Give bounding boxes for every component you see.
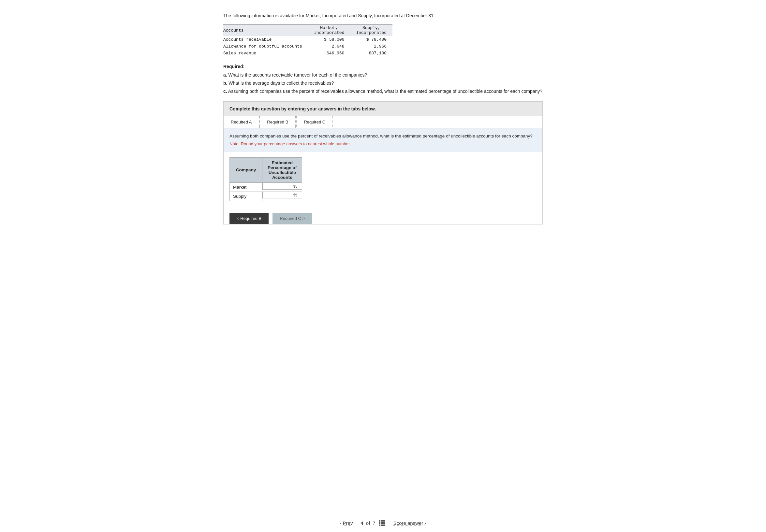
answer-table-wrap: Company EstimatedPercentage ofUncollecti… xyxy=(224,152,542,206)
market-sales: 646,960 xyxy=(308,50,350,57)
supply-allowance: 2,956 xyxy=(350,43,393,50)
required-item-b: b. What is the average days to collect t… xyxy=(223,80,543,87)
supply-percentage-input[interactable] xyxy=(263,192,292,198)
req-letter-a: a. xyxy=(223,72,227,78)
market-pct-symbol: % xyxy=(292,184,297,189)
question-content: Assuming both companies use the percent … xyxy=(224,128,542,152)
answer-col-estimated: EstimatedPercentage ofUncollectibleAccou… xyxy=(262,157,302,182)
col-header-market: Market,Incorporated xyxy=(308,24,350,36)
answer-row-supply: Supply % xyxy=(230,192,302,201)
market-allowance: 2,648 xyxy=(308,43,350,50)
tab-required-b[interactable]: Required B xyxy=(259,116,296,128)
tab-required-c[interactable]: Required C xyxy=(296,116,333,128)
req-text-a: What is the accounts receivable turnover… xyxy=(228,72,367,78)
required-item-c: c. Assuming both companies use the perce… xyxy=(223,88,543,95)
prev-required-b-button[interactable]: < Required B xyxy=(229,213,268,224)
answer-col-company: Company xyxy=(230,157,262,182)
req-letter-b: b. xyxy=(223,80,227,86)
row-label: Sales revenue xyxy=(223,50,308,57)
tabs-row: Required A Required B Required C xyxy=(224,116,542,128)
tab-required-a[interactable]: Required A xyxy=(224,116,259,128)
row-label: Accounts receivable xyxy=(223,36,308,43)
tabs-container: Required A Required B Required C Assumin… xyxy=(223,116,543,224)
supply-sales: 887,100 xyxy=(350,50,393,57)
company-supply-label: Supply xyxy=(230,192,262,201)
supply-pct-symbol: % xyxy=(292,193,297,197)
market-input-cell[interactable]: % xyxy=(262,183,302,190)
answer-row-market: Market % xyxy=(230,182,302,192)
table-row: Allowance for doubtful accounts 2,648 2,… xyxy=(223,43,393,50)
complete-box-text: Complete this question by entering your … xyxy=(229,106,376,111)
required-item-a: a. What is the accounts receivable turno… xyxy=(223,72,543,79)
nav-buttons: < Required B Required C > xyxy=(229,213,542,224)
next-required-c-button[interactable]: Required C > xyxy=(272,213,312,224)
required-section: Required: a. What is the accounts receiv… xyxy=(223,64,543,95)
question-main-text: Assuming both companies use the percent … xyxy=(229,133,537,139)
table-row: Sales revenue 646,960 887,100 xyxy=(223,50,393,57)
supply-input-cell[interactable]: % xyxy=(262,192,302,198)
supply-ar: $ 78,400 xyxy=(350,36,393,43)
question-note-text: Note: Round your percentage answers to n… xyxy=(229,141,537,147)
data-table: Accounts Market,Incorporated Supply,Inco… xyxy=(223,24,393,57)
req-text-b: What is the average days to collect the … xyxy=(228,80,334,86)
table-row: Accounts receivable $ 58,000 $ 78,400 xyxy=(223,36,393,43)
company-market-label: Market xyxy=(230,182,262,192)
row-label: Allowance for doubtful accounts xyxy=(223,43,308,50)
req-text-c: Assuming both companies use the percent … xyxy=(228,89,542,94)
market-ar: $ 58,000 xyxy=(308,36,350,43)
answer-table: Company EstimatedPercentage ofUncollecti… xyxy=(229,157,302,201)
required-list: a. What is the accounts receivable turno… xyxy=(223,72,543,95)
market-percentage-input[interactable] xyxy=(263,183,292,189)
intro-text: The following information is available f… xyxy=(223,13,543,18)
req-letter-c: c. xyxy=(223,89,227,94)
required-label: Required: xyxy=(223,64,543,69)
col-header-accounts: Accounts xyxy=(223,24,308,36)
complete-box: Complete this question by entering your … xyxy=(223,101,543,116)
col-header-supply: Supply,Incorporated xyxy=(350,24,393,36)
